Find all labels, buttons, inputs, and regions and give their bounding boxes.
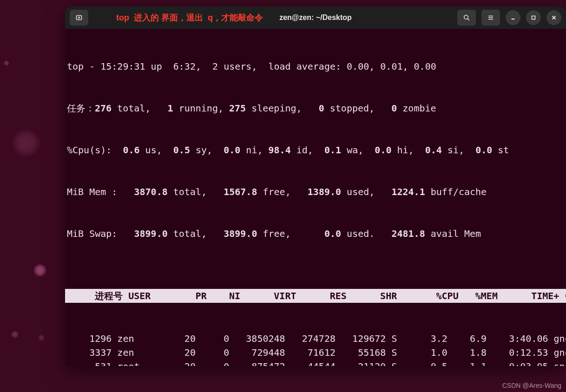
swap-free: 3899.0 — [207, 228, 257, 239]
svg-line-4 — [467, 19, 469, 20]
sep: id, — [291, 144, 313, 156]
sep: running, — [173, 103, 224, 114]
process-table-header: 进程号 USER PR NI VIRT RES SHR %CPU %MEM TI… — [65, 289, 566, 303]
svg-rect-9 — [532, 16, 535, 20]
mem-buff: 1224.1 — [375, 186, 425, 197]
swap-avail: 2481.8 — [375, 228, 425, 239]
new-tab-button[interactable] — [70, 10, 88, 26]
mem-free: 1567.8 — [207, 186, 257, 197]
cpu-sy: 0.5 — [162, 144, 190, 156]
mem-total: 3870.8 — [117, 186, 167, 197]
watermark: CSDN @Ares-Wang — [502, 382, 561, 389]
sep: free, — [257, 186, 290, 197]
desktop-bokeh-dot — [33, 264, 46, 277]
sep: us, — [140, 144, 162, 156]
close-button[interactable] — [546, 10, 561, 25]
hamburger-icon — [487, 14, 494, 21]
tasks-zombie: 0 — [375, 103, 397, 114]
cpu-si: 0.4 — [414, 144, 442, 156]
minimize-button[interactable] — [506, 10, 520, 25]
sep: total, — [168, 228, 207, 239]
top-summary-line-mem: MiB Mem : 3870.8 total, 1567.8 free, 138… — [65, 185, 566, 199]
sep: stopped, — [324, 103, 375, 114]
terminal-body[interactable]: top - 15:29:31 up 6:32, 2 users, load av… — [65, 29, 566, 366]
minimize-icon — [509, 14, 517, 21]
tasks-running: 1 — [151, 103, 173, 114]
desktop-bokeh-dot — [11, 331, 19, 338]
sep: ni, — [240, 144, 263, 156]
process-row: 3337 zen 20 0 729448 71612 55168 S 1.0 1… — [65, 346, 566, 359]
sep: si, — [442, 144, 464, 156]
svg-point-3 — [464, 15, 468, 20]
cpu-wa: 0.1 — [313, 144, 341, 156]
process-row: 531 root 20 0 875472 44544 21120 S 0.5 1… — [65, 359, 566, 366]
tasks-sleeping: 275 — [224, 103, 246, 114]
sep: wa, — [341, 144, 363, 156]
cpu-hi: 0.0 — [363, 144, 391, 156]
swap-total: 3899.0 — [117, 228, 167, 239]
process-row: 1296 zen 20 0 3850248 274728 129672 S 3.… — [65, 332, 566, 346]
titlebar: top 进入的 界面，退出 q，才能敲命令 zen@zen: ~/Desktop — [65, 7, 566, 29]
sep: hi, — [392, 144, 414, 156]
sep: st — [492, 144, 509, 156]
desktop-bokeh-dot — [38, 334, 45, 341]
top-summary-line-tasks: 任务：276 total, 1 running, 275 sleeping, 0… — [65, 101, 566, 115]
sep: sy, — [190, 144, 212, 156]
swap-label: MiB Swap: — [67, 228, 117, 239]
close-icon — [550, 14, 558, 21]
cpu-id: 98.4 — [263, 144, 291, 156]
top-summary-line-uptime: top - 15:29:31 up 6:32, 2 users, load av… — [65, 59, 566, 73]
sep: avail Mem — [425, 228, 481, 239]
tasks-stopped: 0 — [302, 103, 324, 114]
annotation-text: top 进入的 界面，退出 q，才能敲命令 — [116, 12, 263, 23]
top-summary-line-swap: MiB Swap: 3899.0 total, 3899.0 free, 0.0… — [65, 227, 566, 241]
cpu-us: 0.6 — [112, 144, 139, 156]
sep: used, — [341, 186, 375, 197]
sep: free, — [257, 228, 290, 239]
sep: zombie — [397, 103, 436, 114]
top-summary-line-cpu: %Cpu(s): 0.6 us, 0.5 sy, 0.0 ni, 98.4 id… — [65, 143, 566, 157]
sep: buff/cache — [425, 186, 487, 197]
cpu-ni: 0.0 — [212, 144, 240, 156]
sep: total, — [112, 103, 151, 114]
new-tab-icon — [75, 14, 83, 21]
cpu-st: 0.0 — [464, 144, 492, 156]
cpu-label: %Cpu(s): — [67, 144, 112, 156]
swap-used: 0.0 — [291, 228, 341, 239]
mem-label: MiB Mem : — [67, 186, 117, 197]
search-icon — [463, 14, 470, 21]
desktop-bokeh-dot — [12, 129, 40, 157]
menu-button[interactable] — [481, 10, 500, 26]
maximize-button[interactable] — [526, 10, 541, 25]
tasks-label: 任务： — [67, 103, 95, 114]
terminal-window: top 进入的 界面，退出 q，才能敲命令 zen@zen: ~/Desktop… — [65, 7, 566, 366]
search-button[interactable] — [457, 10, 476, 26]
sep: used. — [341, 228, 375, 239]
desktop-bokeh-dot — [4, 60, 9, 66]
tasks-total: 276 — [95, 103, 112, 114]
process-table-body: 1296 zen 20 0 3850248 274728 129672 S 3.… — [65, 332, 566, 366]
sep: sleeping, — [246, 103, 302, 114]
sep: total, — [168, 186, 207, 197]
maximize-icon — [530, 14, 537, 21]
mem-used: 1389.0 — [291, 186, 341, 197]
